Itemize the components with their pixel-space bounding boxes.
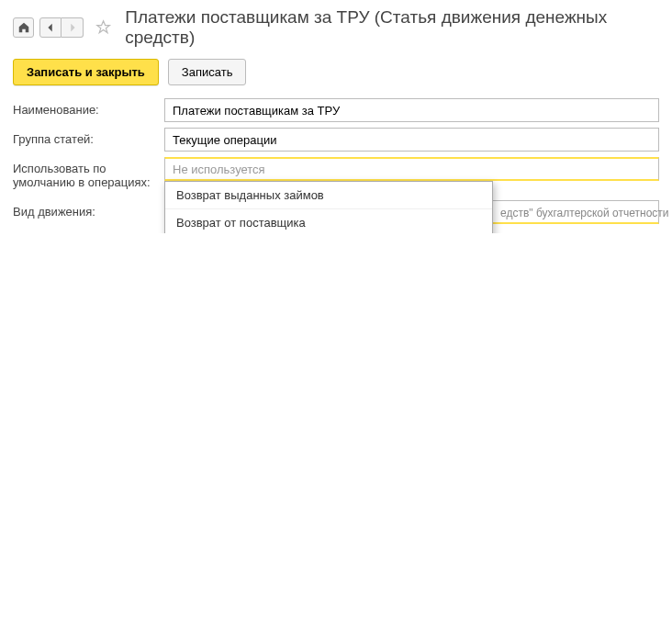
dropdown-item[interactable]: Возврат выданных займов (165, 182, 492, 209)
movement-label: Вид движения: (13, 200, 164, 219)
hint-text: едств" бухгалтерской отчетности (500, 207, 669, 219)
operations-dropdown: Возврат выданных займовВозврат от постав… (164, 181, 493, 233)
save-close-button[interactable]: Записать и закрыть (13, 59, 159, 85)
default-ops-input[interactable]: Не используется (164, 157, 659, 181)
page-title: Платежи поставщикам за ТРУ (Статья движе… (125, 7, 659, 48)
dropdown-item[interactable]: Возврат от поставщика (165, 209, 492, 233)
forward-button[interactable] (62, 17, 84, 38)
group-label: Группа статей: (13, 128, 164, 146)
save-button[interactable]: Записать (168, 59, 247, 85)
arrow-right-icon (66, 21, 79, 34)
arrow-left-icon (44, 21, 57, 34)
home-button[interactable] (13, 17, 34, 38)
home-icon (17, 21, 30, 34)
name-label: Наименование: (13, 98, 164, 117)
name-input[interactable] (164, 98, 659, 122)
group-input[interactable] (164, 128, 659, 152)
star-icon[interactable] (95, 18, 112, 37)
back-button[interactable] (39, 17, 62, 38)
default-ops-label: Использовать по умолчанию в операциях: (13, 157, 164, 189)
